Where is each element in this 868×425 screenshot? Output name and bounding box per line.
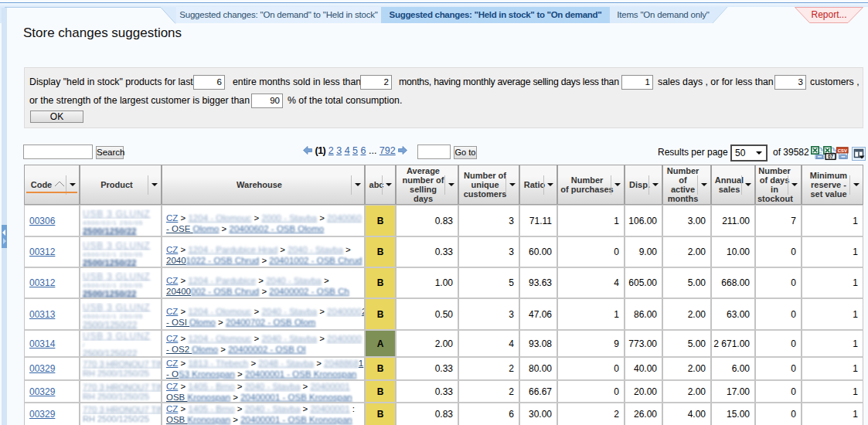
svg-text:CSV: CSV	[838, 148, 847, 153]
svg-text:07: 07	[828, 154, 834, 159]
